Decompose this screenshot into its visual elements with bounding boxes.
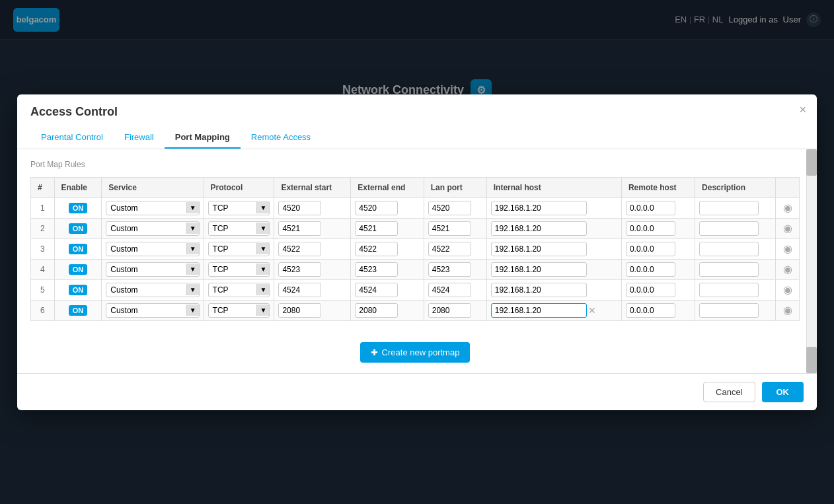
- clear-host-button[interactable]: ✕: [588, 306, 596, 315]
- delete-icon[interactable]: ◉: [783, 223, 792, 234]
- host-cell: [491, 262, 617, 277]
- internal-host-input[interactable]: [491, 283, 587, 297]
- close-button[interactable]: ×: [799, 104, 806, 116]
- service-select-arrow[interactable]: ▼: [186, 243, 199, 254]
- scrollbar-thumb-bottom[interactable]: [806, 347, 817, 373]
- description-input[interactable]: [699, 221, 759, 236]
- protocol-select-arrow[interactable]: ▼: [256, 264, 269, 275]
- lan-port-input[interactable]: [428, 242, 471, 256]
- protocol-select[interactable]: TCP ▼: [208, 201, 270, 215]
- lan-port-input[interactable]: [428, 221, 471, 236]
- col-header-description: Description: [695, 177, 776, 198]
- delete-icon[interactable]: ◉: [783, 243, 792, 254]
- row-ext-end: [351, 259, 424, 279]
- service-select[interactable]: Custom ▼: [106, 242, 199, 256]
- service-select-arrow[interactable]: ▼: [186, 284, 199, 295]
- ext-end-input[interactable]: [355, 221, 398, 236]
- row-num: 3: [31, 238, 55, 259]
- protocol-select-text: TCP: [209, 242, 257, 256]
- modal-body: Port Map Rules # Enable Service Protocol…: [17, 149, 817, 373]
- protocol-select-arrow[interactable]: ▼: [256, 305, 269, 316]
- service-select-arrow[interactable]: ▼: [186, 223, 199, 234]
- protocol-select-text: TCP: [209, 304, 257, 317]
- row-enable: ON: [54, 259, 102, 279]
- description-input[interactable]: [699, 303, 759, 318]
- lan-port-input[interactable]: [428, 303, 471, 318]
- protocol-select[interactable]: TCP ▼: [208, 221, 270, 236]
- protocol-select[interactable]: TCP ▼: [208, 242, 270, 256]
- service-select[interactable]: Custom ▼: [106, 221, 199, 236]
- delete-icon[interactable]: ◉: [783, 305, 792, 316]
- remote-host-input[interactable]: [626, 283, 675, 297]
- remote-host-input[interactable]: [626, 221, 675, 236]
- enable-badge[interactable]: ON: [69, 305, 88, 316]
- ext-start-input[interactable]: [278, 303, 321, 318]
- col-header-ext-start: External start: [274, 177, 351, 198]
- create-portmap-button[interactable]: ✚ Create new portmap: [360, 342, 471, 363]
- internal-host-input[interactable]: [491, 262, 587, 277]
- enable-badge[interactable]: ON: [69, 223, 88, 234]
- internal-host-input[interactable]: [491, 201, 587, 215]
- ext-start-input[interactable]: [278, 201, 321, 215]
- scrollbar-thumb-top[interactable]: [806, 149, 817, 176]
- enable-badge[interactable]: ON: [69, 285, 88, 295]
- tab-parental-control[interactable]: Parental Control: [30, 127, 114, 149]
- service-select[interactable]: Custom ▼: [106, 283, 199, 297]
- lan-port-input[interactable]: [428, 262, 471, 277]
- internal-host-input[interactable]: [491, 242, 587, 256]
- modal-title: Access Control: [30, 105, 804, 119]
- description-input[interactable]: [699, 262, 759, 277]
- enable-badge[interactable]: ON: [69, 203, 88, 213]
- tab-port-mapping[interactable]: Port Mapping: [165, 127, 241, 149]
- tab-remote-access[interactable]: Remote Access: [241, 127, 321, 149]
- protocol-select-arrow[interactable]: ▼: [256, 223, 269, 234]
- internal-host-input[interactable]: [491, 221, 587, 236]
- ext-end-input[interactable]: [355, 242, 398, 256]
- protocol-select-arrow[interactable]: ▼: [256, 202, 269, 213]
- cancel-button[interactable]: Cancel: [703, 382, 755, 402]
- internal-host-input[interactable]: [491, 303, 587, 318]
- ext-start-input[interactable]: [278, 242, 321, 256]
- enable-badge[interactable]: ON: [69, 244, 88, 254]
- description-input[interactable]: [699, 242, 759, 256]
- description-input[interactable]: [699, 283, 759, 297]
- protocol-select-text: TCP: [209, 201, 257, 215]
- lan-port-input[interactable]: [428, 283, 471, 297]
- service-select-arrow[interactable]: ▼: [186, 305, 199, 316]
- remote-host-input[interactable]: [626, 201, 675, 215]
- description-input[interactable]: [699, 201, 759, 215]
- row-num: 1: [31, 198, 55, 218]
- ok-button[interactable]: OK: [762, 382, 804, 402]
- scrollbar-track[interactable]: [806, 149, 817, 373]
- protocol-select-arrow[interactable]: ▼: [256, 284, 269, 295]
- protocol-select[interactable]: TCP ▼: [208, 303, 270, 318]
- lan-port-input[interactable]: [428, 201, 471, 215]
- ext-end-input[interactable]: [355, 262, 398, 277]
- modal-header: Access Control × Parental Control Firewa…: [17, 94, 817, 149]
- protocol-select-arrow[interactable]: ▼: [256, 243, 269, 254]
- delete-icon[interactable]: ◉: [783, 264, 792, 275]
- service-select[interactable]: Custom ▼: [106, 262, 199, 277]
- service-select-arrow[interactable]: ▼: [186, 202, 199, 213]
- remote-host-input[interactable]: [626, 262, 675, 277]
- col-header-action: [776, 177, 800, 198]
- col-header-service: Service: [102, 177, 204, 198]
- service-select-arrow[interactable]: ▼: [186, 264, 199, 275]
- remote-host-input[interactable]: [626, 303, 675, 318]
- ext-end-input[interactable]: [355, 283, 398, 297]
- ext-end-input[interactable]: [355, 303, 398, 318]
- remote-host-input[interactable]: [626, 242, 675, 256]
- service-select[interactable]: Custom ▼: [106, 303, 199, 318]
- enable-badge[interactable]: ON: [69, 264, 88, 275]
- ext-start-input[interactable]: [278, 283, 321, 297]
- protocol-select[interactable]: TCP ▼: [208, 262, 270, 277]
- delete-icon[interactable]: ◉: [783, 202, 792, 213]
- tab-firewall[interactable]: Firewall: [114, 127, 165, 149]
- row-enable: ON: [54, 198, 102, 218]
- ext-start-input[interactable]: [278, 262, 321, 277]
- ext-end-input[interactable]: [355, 201, 398, 215]
- delete-icon[interactable]: ◉: [783, 284, 792, 295]
- ext-start-input[interactable]: [278, 221, 321, 236]
- service-select[interactable]: Custom ▼: [106, 201, 199, 215]
- protocol-select[interactable]: TCP ▼: [208, 283, 270, 297]
